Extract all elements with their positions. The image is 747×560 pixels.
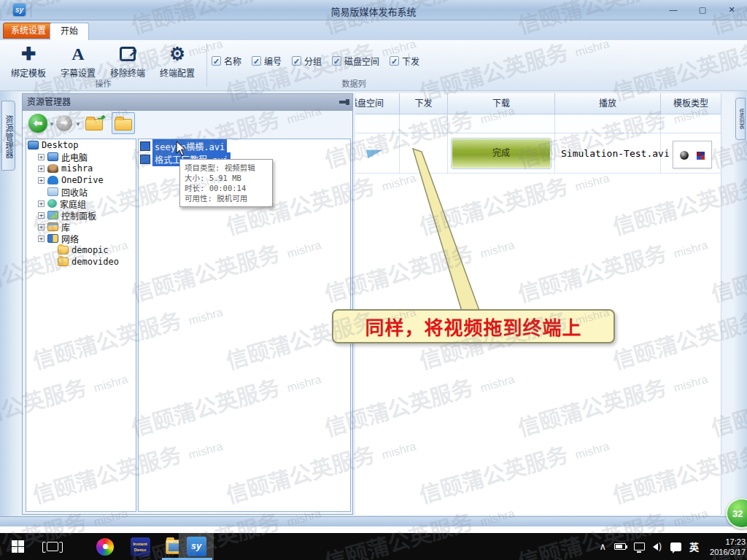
column-checkbox-磁盘空间[interactable]: ✓磁盘空间	[332, 55, 379, 67]
column-header-label: 下载	[492, 98, 510, 109]
taskbar-clock[interactable]: 17:23 2016/3/17	[710, 537, 746, 557]
mouse-cursor	[176, 141, 187, 157]
window-title: 简易版媒体发布系统	[0, 4, 747, 18]
expand-icon[interactable]: +	[38, 212, 44, 219]
tree-item-网络[interactable]: +网络	[26, 233, 136, 244]
file-item[interactable]: seeyoo横横.avi	[139, 140, 350, 152]
tooltip-line: 项目类型: 视频剪辑	[185, 163, 268, 173]
ime-indicator[interactable]: 英	[689, 540, 699, 553]
column-header-播放[interactable]: 播放	[555, 93, 661, 114]
tree-item-此电脑[interactable]: +此电脑	[26, 151, 136, 163]
back-dropdown-caret[interactable]: ▼	[49, 121, 55, 128]
tree-item-label: 控制面板	[61, 209, 96, 222]
remove-terminal-button[interactable]: 移除终端	[105, 43, 150, 79]
expand-icon[interactable]: +	[38, 236, 44, 242]
resource-manager-vertical-tab[interactable]: 资源管理器	[1, 101, 15, 171]
table-scrollbar[interactable]	[721, 93, 734, 515]
icon-recycle	[47, 187, 58, 196]
playing-file-name: Simulation-Test.avi	[561, 148, 670, 159]
column-header-模板类型[interactable]: 模板类型	[661, 93, 721, 114]
expand-icon[interactable]: +	[38, 154, 44, 160]
callout-tail	[394, 146, 496, 321]
taskbar-instant-demo[interactable]: InstantDemo	[123, 533, 158, 560]
taskbar: InstantDemo sy ∧ 英 17:23 2016/3/17	[0, 533, 747, 560]
tree-item-OneDrive[interactable]: +OneDrive	[26, 174, 136, 186]
checkbox-icon[interactable]: ✓	[212, 56, 221, 66]
template-preview[interactable]	[673, 141, 712, 168]
column-header-磁盘空间[interactable]: 磁盘空间	[355, 93, 400, 114]
filter-cell[interactable]	[355, 114, 400, 133]
terminal-config-button[interactable]: ⚙ 终端配置	[155, 43, 200, 79]
forward-dropdown-caret[interactable]: ▼	[75, 121, 81, 128]
filter-cell[interactable]	[555, 114, 661, 133]
start-button[interactable]	[0, 533, 35, 560]
remove-terminal-icon	[105, 43, 150, 65]
column-checkbox-编号[interactable]: ✓编号	[252, 55, 282, 67]
expand-icon[interactable]: +	[38, 166, 44, 172]
tree-item-库[interactable]: +库	[26, 221, 136, 233]
tree-item-label: mishra	[61, 163, 93, 174]
expand-icon[interactable]: +	[38, 201, 44, 207]
checkbox-separator	[409, 53, 409, 66]
font-icon: A	[55, 43, 101, 65]
column-header-下发[interactable]: 下发	[400, 93, 448, 114]
ribbon: ✚ 绑定模板 A 字幕设置 移除终端 ⚙ 终端配置 操作 ✓名称✓编号✓分组✓磁…	[0, 40, 747, 91]
tree-item-家庭组[interactable]: +家庭组	[26, 198, 136, 209]
tree-item-控制面板[interactable]: +控制面板	[26, 209, 136, 221]
tab-start[interactable]: 开始	[50, 23, 89, 40]
tree-item-label: 库	[61, 221, 70, 233]
column-header-label: 播放	[599, 98, 616, 109]
taskbar-sy-app-active[interactable]: sy	[179, 533, 214, 560]
pin-icon[interactable]	[339, 101, 347, 104]
task-view-icon	[47, 542, 58, 551]
file-tooltip: 项目类型: 视频剪辑大小: 5.91 MB时长: 00:00:14可用性: 脱机…	[179, 159, 273, 207]
task-view-button[interactable]	[35, 533, 70, 560]
maximize-button[interactable]: ▢	[693, 3, 712, 16]
network-icon[interactable]	[634, 542, 645, 551]
tooltip-line: 可用性: 脱机可用	[185, 193, 268, 203]
tree-item-Desktop[interactable]: Desktop	[26, 139, 136, 151]
filter-cell[interactable]	[448, 114, 555, 133]
bind-template-button[interactable]: ✚ 绑定模板	[6, 43, 51, 79]
subtitle-settings-button[interactable]: A 字幕设置	[55, 43, 101, 79]
checkbox-icon[interactable]: ✓	[292, 56, 301, 66]
checkbox-icon[interactable]: ✓	[390, 56, 399, 66]
action-center-icon[interactable]	[670, 542, 681, 551]
tree-item-demopic[interactable]: demopic	[26, 244, 136, 256]
instant-demo-icon: InstantDemo	[131, 537, 150, 556]
column-header-下载[interactable]: 下载	[448, 93, 555, 114]
filter-cell[interactable]	[661, 114, 721, 133]
checkbox-label: 分组	[304, 55, 322, 67]
tree-item-回收站[interactable]: 回收站	[26, 186, 136, 198]
explorer-toolbar: ⬅ ▼ ➡ ▼ ⬏	[23, 111, 352, 137]
forward-button[interactable]: ➡	[56, 115, 72, 131]
volume-icon[interactable]	[653, 543, 658, 551]
filter-cell[interactable]	[400, 114, 448, 133]
icon-home	[47, 199, 57, 208]
tree-item-mishra[interactable]: +mishra	[26, 163, 136, 174]
minimize-button[interactable]: —	[664, 3, 683, 16]
up-folder-button[interactable]: ⬏	[85, 114, 104, 131]
expand-icon[interactable]: +	[38, 224, 44, 230]
checkbox-icon[interactable]: ✓	[332, 56, 341, 66]
tab-system-settings[interactable]: 系统设置	[3, 23, 54, 39]
up-arrow-icon: ⬏	[97, 112, 106, 124]
column-checkbox-分组[interactable]: ✓分组	[292, 55, 322, 67]
video-file-icon	[140, 141, 150, 151]
expand-icon[interactable]: +	[38, 177, 44, 184]
taskbar-media-app[interactable]	[88, 533, 123, 560]
close-button[interactable]: ✕	[722, 3, 741, 16]
open-folder-button[interactable]	[112, 112, 135, 134]
right-panel-vertical-tab[interactable]: 任务列表	[735, 98, 746, 140]
column-header-label: 模板类型	[673, 98, 708, 109]
checkbox-icon[interactable]: ✓	[252, 56, 261, 66]
column-checkbox-下发[interactable]: ✓下发	[390, 55, 419, 67]
tree-item-label: demovideo	[71, 257, 119, 267]
clock-date: 2016/3/17	[710, 547, 746, 557]
back-button[interactable]: ⬅	[28, 114, 47, 133]
battery-icon[interactable]	[614, 543, 626, 550]
tray-chevron-icon[interactable]: ∧	[600, 541, 607, 552]
tree-item-demovideo[interactable]: demovideo	[26, 256, 136, 268]
checkbox-label: 名称	[224, 55, 241, 67]
column-checkbox-名称[interactable]: ✓名称	[212, 55, 241, 67]
